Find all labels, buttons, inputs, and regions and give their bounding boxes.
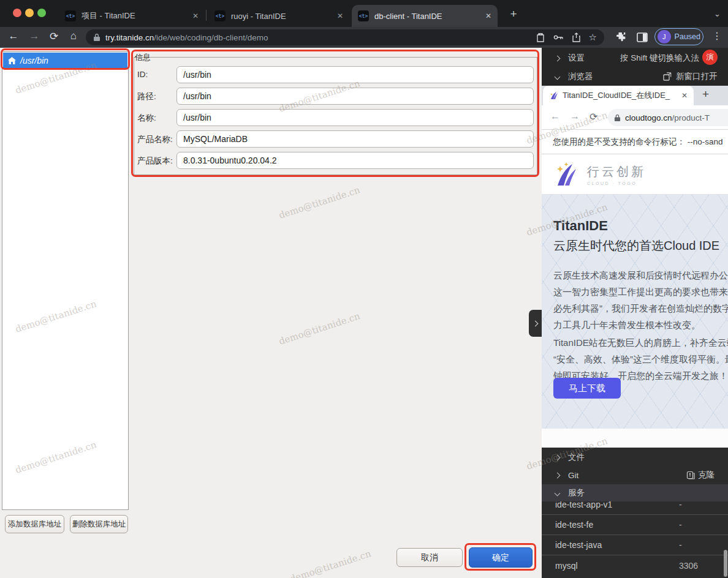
field-input-path[interactable]: /usr/bin: [176, 88, 534, 105]
field-input-product-version[interactable]: 8.0.31-0ubuntu0.20.04.2: [176, 152, 534, 169]
embedded-back-icon[interactable]: ←: [550, 111, 560, 122]
traffic-light-minimize[interactable]: [25, 9, 34, 17]
add-database-address-button[interactable]: 添加数据库地址: [5, 515, 64, 533]
settings-label: 设置: [568, 53, 585, 64]
side-panel-icon[interactable]: [635, 32, 650, 43]
service-port: -: [679, 501, 682, 509]
share-icon[interactable]: [572, 32, 580, 42]
delete-database-address-button[interactable]: 删除数据库地址: [70, 515, 128, 533]
embedded-reload-icon[interactable]: ⟳: [590, 111, 597, 122]
ime-hint-label: 按 Shift 键切换输入法: [620, 53, 699, 64]
traffic-light-maximize[interactable]: [37, 9, 46, 17]
services-label: 服务: [568, 487, 585, 498]
button-label: 取消: [421, 552, 438, 563]
embedded-new-tab-button[interactable]: +: [702, 88, 709, 101]
clipboard-icon[interactable]: [536, 32, 545, 42]
embedded-forward-icon[interactable]: →: [570, 111, 580, 122]
list-item-usr-bin-selected[interactable]: /usr/bin: [3, 53, 127, 69]
address-bar[interactable]: try.titanide.cn/ide/web/coding/db-client…: [86, 29, 604, 45]
field-label-path: 路径:: [137, 91, 156, 102]
tab-divider: [206, 10, 207, 21]
cloudtogo-favicon: [549, 91, 559, 100]
bookmark-star-icon[interactable]: ☆: [589, 32, 597, 43]
titanide-favicon: <t>: [214, 10, 226, 21]
avatar: J: [658, 30, 671, 43]
browser-menu-icon[interactable]: ⋮: [711, 30, 723, 42]
embedded-tab-close-icon[interactable]: ✕: [681, 91, 688, 100]
git-clone-button[interactable]: 克隆: [686, 470, 715, 481]
download-now-button[interactable]: 马上下载: [553, 378, 621, 399]
reload-icon[interactable]: ⟳: [47, 30, 61, 43]
embedded-tab-title: TitanIDE_CloudIDE_在线IDE_: [563, 90, 678, 101]
button-label: 删除数据库地址: [72, 519, 126, 530]
watermark: demo@titanide.cn: [278, 310, 362, 347]
browser-section-row[interactable]: 浏览器 新窗口打开: [542, 67, 728, 86]
new-tab-button[interactable]: +: [506, 7, 521, 21]
scrollbar-thumb[interactable]: [724, 550, 727, 577]
service-name: ide-test-fe: [555, 520, 728, 530]
tab-ruoyi[interactable]: <t> ruoyi - TitanIDE ✕: [208, 5, 349, 27]
clone-icon: [686, 471, 695, 479]
tab-db-client-active[interactable]: <t> db-client - TitanIDE ✕: [352, 5, 498, 27]
field-input-id[interactable]: /usr/bin: [176, 66, 534, 83]
field-label-id: ID:: [137, 70, 148, 79]
browser-toolbar: ← → ⟳ ⌂ try.titanide.cn/ide/web/coding/d…: [0, 27, 728, 48]
profile-paused-button[interactable]: J Paused: [654, 28, 703, 45]
cancel-button[interactable]: 取消: [396, 548, 463, 567]
titanide-favicon: <t>: [65, 10, 76, 21]
database-address-list: /usr/bin: [2, 51, 129, 510]
key-icon[interactable]: [553, 34, 564, 41]
cloudtogo-logo-band: 行云创新 CLOUD · TOGO: [542, 154, 728, 195]
field-value: /usr/bin: [183, 113, 211, 122]
tab-title: db-client - TitanIDE: [374, 12, 479, 21]
embedded-url-field[interactable]: cloudtogo.cn/product-T: [608, 109, 728, 126]
back-icon[interactable]: ←: [6, 30, 21, 42]
promo-paragraph-1: 云原生技术高速发展和后疫情时代远程办公等趋 这一智力密集型工作提出更高的要求也带…: [553, 267, 728, 333]
field-value: /usr/bin: [183, 91, 211, 101]
open-new-window-button[interactable]: 新窗口打开: [663, 71, 718, 82]
field-input-name[interactable]: /usr/bin: [176, 109, 534, 126]
service-row[interactable]: mysql 3306: [542, 555, 728, 576]
service-name: mysql: [555, 561, 728, 571]
tab-title: ruoyi - TitanIDE: [231, 12, 331, 21]
embedded-url-text: cloudtogo.cn/product-T: [625, 113, 710, 122]
ok-button[interactable]: 确定: [469, 547, 533, 568]
chevron-right-icon: [555, 55, 561, 61]
field-label-name: 名称:: [137, 113, 156, 124]
service-name: ide-test-java: [555, 540, 728, 550]
traffic-light-close[interactable]: [13, 9, 21, 17]
demo-badge[interactable]: 演: [702, 50, 718, 65]
field-label-product-version: 产品版本:: [137, 156, 173, 167]
extensions-puzzle-icon[interactable]: [614, 32, 629, 43]
button-label: 确定: [492, 552, 509, 563]
tab-project[interactable]: <t> 项目 - TitanIDE ✕: [59, 5, 205, 27]
page-white-gap: [542, 429, 728, 448]
titanide-favicon: <t>: [358, 10, 369, 21]
service-port: 3306: [679, 561, 698, 571]
services-list: ide-test-app-v1 - ide-test-fe - ide-test…: [542, 501, 728, 578]
service-row[interactable]: ide-test-app-v1 -: [542, 501, 728, 515]
tab-close-icon[interactable]: ✕: [485, 12, 491, 20]
home-icon[interactable]: ⌂: [66, 30, 81, 42]
service-row[interactable]: ide-test-java -: [542, 535, 728, 555]
embedded-browser-tab[interactable]: TitanIDE_CloudIDE_在线IDE_ ✕: [543, 86, 694, 105]
forward-icon[interactable]: →: [27, 30, 42, 42]
sidebar-collapse-handle[interactable]: [529, 310, 542, 337]
tab-close-icon[interactable]: ✕: [337, 12, 343, 20]
service-row[interactable]: ide-test-fe -: [542, 515, 728, 535]
tree-section-files[interactable]: 文件: [542, 449, 728, 466]
chevron-right-icon: [555, 472, 561, 478]
list-item-label: /usr/bin: [20, 56, 48, 66]
url-text: try.titanide.cn/ide/web/coding/db-client…: [105, 33, 528, 42]
tree-section-services[interactable]: 服务: [542, 484, 728, 501]
settings-section-row[interactable]: 设置 按 Shift 键切换输入法: [542, 49, 728, 67]
promo-paragraph-2: TitanIDE站在无数巨人的肩膀上，补齐全云端开 “安全、高效、体验”这三个维…: [553, 334, 728, 384]
tree-section-git[interactable]: Git 克隆: [542, 467, 728, 484]
field-value: MySQL/MariaDB: [183, 134, 248, 144]
titanide-promo-page: TitanIDE 云原生时代您的首选Cloud IDE 云原生技术高速发展和后疫…: [542, 195, 728, 429]
open-new-window-label: 新窗口打开: [676, 71, 718, 82]
field-input-product-name[interactable]: MySQL/MariaDB: [176, 130, 534, 148]
tab-list-chevron-icon[interactable]: ⌄: [714, 9, 721, 18]
open-new-window-icon: [663, 72, 672, 81]
tab-close-icon[interactable]: ✕: [192, 12, 199, 20]
